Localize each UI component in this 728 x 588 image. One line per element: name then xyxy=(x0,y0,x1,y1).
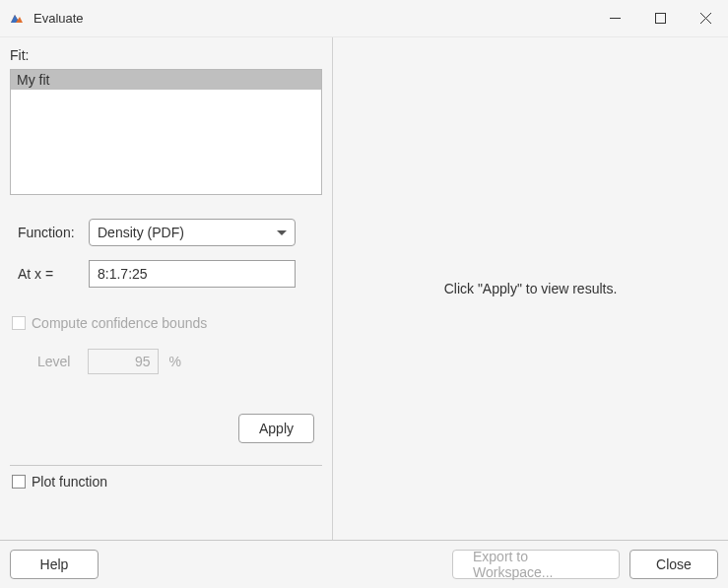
left-panel: Fit: My fit Function: Density (PDF) At x… xyxy=(0,37,333,540)
fit-label: Fit: xyxy=(10,47,322,63)
apply-row: Apply xyxy=(10,414,322,443)
confidence-checkbox xyxy=(12,316,26,330)
function-label: Function: xyxy=(10,225,89,240)
close-button[interactable]: Close xyxy=(629,550,718,579)
titlebar: Evaluate xyxy=(0,0,728,37)
function-select[interactable]: Density (PDF) xyxy=(89,219,296,246)
plot-function-label: Plot function xyxy=(32,474,107,490)
confidence-checkbox-row: Compute confidence bounds xyxy=(10,315,322,331)
close-window-button[interactable] xyxy=(683,0,728,37)
help-button[interactable]: Help xyxy=(10,550,99,579)
minimize-button[interactable] xyxy=(592,0,637,37)
atx-input[interactable] xyxy=(89,260,296,288)
fit-list-item[interactable]: My fit xyxy=(11,70,321,90)
plot-function-row: Plot function xyxy=(10,474,322,490)
level-label: Level xyxy=(37,354,70,369)
results-placeholder: Click "Apply" to view results. xyxy=(444,281,618,296)
apply-button[interactable]: Apply xyxy=(238,414,314,443)
svg-rect-1 xyxy=(655,14,665,24)
atx-label: At x = xyxy=(10,266,89,282)
window-title: Evaluate xyxy=(33,11,592,26)
atx-row: At x = xyxy=(10,260,322,288)
content-area: Fit: My fit Function: Density (PDF) At x… xyxy=(0,37,728,540)
results-panel: Click "Apply" to view results. xyxy=(333,37,728,540)
plot-function-checkbox[interactable] xyxy=(12,475,26,489)
confidence-label: Compute confidence bounds xyxy=(32,315,207,331)
level-percent-label: % xyxy=(168,354,180,369)
export-button: Export to Workspace... xyxy=(452,550,620,579)
bottom-right-group: Export to Workspace... Close xyxy=(452,550,718,579)
maximize-button[interactable] xyxy=(637,0,683,37)
app-icon xyxy=(8,10,26,28)
window-controls xyxy=(592,0,728,37)
bottom-bar: Help Export to Workspace... Close xyxy=(0,540,728,587)
separator xyxy=(10,465,322,466)
level-input xyxy=(88,349,159,374)
function-row: Function: Density (PDF) xyxy=(10,219,322,246)
function-select-value: Density (PDF) xyxy=(89,219,296,246)
fit-listbox[interactable]: My fit xyxy=(10,69,322,195)
level-row: Level % xyxy=(37,349,322,374)
